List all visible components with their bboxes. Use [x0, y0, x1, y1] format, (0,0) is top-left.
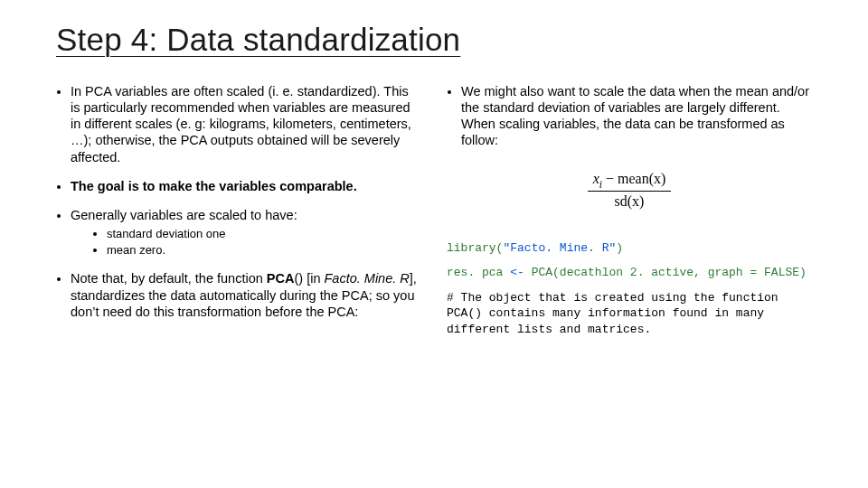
left-b4-paren: () [in — [294, 271, 324, 286]
code-pca-call: res. pca <- PCA(decathlon 2. active, gra… — [447, 265, 812, 281]
code-lib-a: library( — [447, 241, 503, 255]
formula-x: x — [593, 171, 599, 186]
left-sub-bullet-2: mean zero. — [107, 243, 421, 258]
left-b4-pre: Note that, by default, the function — [71, 271, 267, 286]
left-bullet-1: In PCA variables are often scaled (i. e.… — [71, 83, 421, 165]
left-sub-bullet-1: standard deviation one — [107, 227, 421, 241]
standardization-formula: xi − mean(x) sd(x) — [447, 171, 812, 210]
slide-title: Step 4: Data standardization — [56, 22, 812, 58]
left-bullet-3: Generally variables are scaled to have: … — [71, 207, 421, 258]
code-pca-arrow: <- — [510, 266, 531, 279]
code-lib-b: "Facto. Mine. R" — [503, 241, 616, 255]
left-bullet-2: The goal is to make the variables compar… — [71, 178, 421, 194]
code-library-call: library("Facto. Mine. R") — [447, 240, 812, 257]
pkg-name: Facto. Mine. R — [325, 271, 410, 286]
right-column: We might also want to scale the data whe… — [447, 83, 812, 346]
pca-func-name: PCA — [267, 271, 295, 286]
formula-denominator: sd(x) — [588, 192, 672, 210]
code-pca-rhs: PCA(decathlon 2. active, graph = FALSE) — [532, 266, 807, 279]
two-column-layout: In PCA variables are often scaled (i. e.… — [56, 83, 812, 346]
left-column: In PCA variables are often scaled (i. e.… — [56, 83, 421, 346]
formula-subscript-i: i — [599, 179, 602, 190]
formula-minus-mean: − mean(x) — [602, 171, 665, 186]
left-bullet-4: Note that, by default, the function PCA(… — [71, 270, 421, 319]
code-pca-lhs: res. pca — [447, 266, 510, 279]
code-lib-c: ) — [616, 241, 623, 255]
formula-numerator: xi − mean(x) — [588, 171, 672, 192]
right-bullet-1: We might also want to scale the data whe… — [461, 83, 812, 149]
code-comment: # The object that is created using the f… — [447, 290, 812, 338]
left-bullet-3-text: Generally variables are scaled to have: — [71, 208, 297, 222]
